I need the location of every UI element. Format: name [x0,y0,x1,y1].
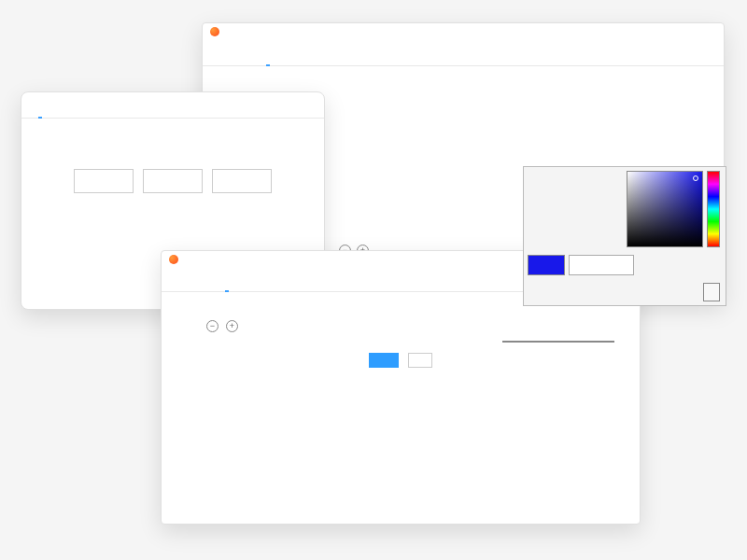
save-button[interactable] [369,353,399,368]
gradient-cursor-icon [693,175,698,181]
pause-button[interactable] [143,169,203,193]
color-preview [528,255,565,275]
titlebar [203,23,724,40]
cycles-plus-button[interactable]: + [226,320,238,332]
start-button[interactable] [74,169,134,193]
select-color-button[interactable] [703,283,720,301]
color-picker [523,166,726,306]
tab-configure[interactable] [225,275,229,292]
tabs [21,92,324,119]
cycles-row: − + [162,309,640,332]
column-headers [203,66,724,87]
tab-timer[interactable] [38,102,42,119]
timer-display [21,119,324,169]
reload-button[interactable] [408,353,432,368]
tab-timer[interactable] [199,275,203,291]
reset-button[interactable] [212,169,272,193]
hex-input[interactable] [569,255,634,275]
tab-timer[interactable] [240,49,244,65]
app-logo-icon [210,27,219,36]
hue-slider[interactable] [707,171,720,247]
tab-configure[interactable] [64,102,68,118]
tab-configure[interactable] [266,49,270,66]
pattern-dropdown-list[interactable] [502,341,614,343]
cycles-minus-button[interactable]: − [206,320,218,332]
app-logo-icon [169,255,178,264]
color-gradient[interactable] [627,171,703,247]
tabs [203,40,724,66]
